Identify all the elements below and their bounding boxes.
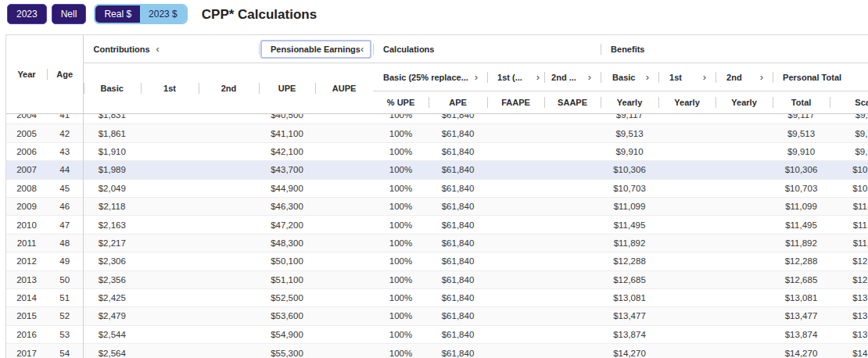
table-row[interactable]: 201754$2,564$55,300100%$61,840$14,270$14…: [6, 344, 868, 358]
toolbar: 2023 Nell Real $ 2023 $ CPP* Calculation…: [0, 0, 868, 38]
cell-pct-upe: 100%: [373, 142, 429, 160]
group-header-calculations: Calculations: [373, 35, 601, 63]
cell-ape: $61,840: [429, 270, 487, 288]
subgroup-header-calc-2nd[interactable]: 2nd ...›: [544, 63, 601, 91]
table-row[interactable]: 200946$2,118$46,300100%$61,840$11,099$11…: [6, 197, 868, 215]
expand-chevron-icon[interactable]: ›: [703, 72, 706, 82]
cell-upe: $44,900: [259, 179, 315, 197]
table-row[interactable]: 201047$2,163$47,200100%$61,840$11,495$11…: [6, 216, 868, 234]
group-header-contributions[interactable]: Contributions‹: [83, 35, 259, 63]
expand-chevron-icon[interactable]: ›: [536, 72, 540, 82]
cell-pct-upe: 100%: [373, 234, 429, 252]
expand-chevron-icon[interactable]: ›: [646, 72, 649, 82]
cell-basic-yearly: $11,892: [601, 234, 658, 252]
table-row[interactable]: 200744$1,989$43,700100%$61,840$10,306$10…: [6, 161, 868, 179]
subgroup-label: Basic (25% replace...: [383, 73, 468, 82]
expand-chevron-icon[interactable]: ›: [760, 72, 763, 82]
table-row[interactable]: 201653$2,544$54,900100%$61,840$13,874$13…: [6, 325, 868, 343]
table-row[interactable]: 201451$2,425$52,500100%$61,840$13,081$13…: [6, 288, 868, 306]
cell-total: $9,513: [773, 124, 830, 142]
cell-total: $13,477: [773, 307, 830, 325]
cell-basic-yearly: $9,513: [601, 124, 658, 142]
subgroup-label: 2nd ...: [551, 73, 576, 82]
cell-basic: $2,356: [83, 270, 141, 288]
cell-second: [199, 161, 259, 179]
table-row[interactable]: 201350$2,356$51,100100%$61,840$12,685$12…: [6, 270, 868, 288]
cell-second-yearly: [716, 161, 773, 179]
cell-second-yearly: [716, 288, 773, 306]
cell-pct-upe: 100%: [373, 124, 429, 142]
cell-scaled: $13,477: [830, 307, 868, 325]
table-row[interactable]: 201249$2,306$50,100100%$61,840$12,288$12…: [6, 252, 868, 270]
cell-age: 42: [47, 124, 83, 142]
cell-first-yearly: [658, 234, 716, 252]
subgroup-header-benefit-2nd[interactable]: 2nd›: [716, 63, 773, 91]
column-header-2nd-yearly: Yearly: [716, 91, 773, 114]
cell-scaled: $11,495: [830, 216, 868, 234]
table-row[interactable]: 200643$1,910$42,100100%$61,840$9,910$9,9…: [6, 142, 868, 160]
cell-year: 2015: [6, 307, 47, 325]
cell-basic: $2,564: [83, 344, 141, 358]
collapse-chevron-icon[interactable]: ‹: [156, 44, 160, 54]
subgroup-header-calc-basic[interactable]: Basic (25% replace...›: [373, 63, 487, 91]
cell-basic: $2,049: [83, 179, 141, 197]
cell-faape: [487, 252, 544, 270]
cell-year: 2016: [6, 325, 47, 343]
cell-upe: $43,700: [259, 161, 315, 179]
cell-second: [199, 216, 259, 234]
cell-first: [141, 270, 199, 288]
subgroup-header-calc-1st[interactable]: 1st (...›: [487, 63, 544, 91]
cell-scaled: $11,892: [830, 234, 868, 252]
cell-total: $13,874: [773, 325, 830, 343]
cell-upe: $48,300: [259, 234, 315, 252]
column-header-1st-contribution: 1st: [141, 63, 199, 114]
table-row[interactable]: 200542$1,861$41,100100%$61,840$9,513$9,5…: [6, 124, 868, 142]
expand-chevron-icon[interactable]: ›: [475, 72, 478, 82]
focus-ring: Pensionable Earnings‹: [260, 40, 371, 59]
cell-total: $9,910: [773, 142, 830, 160]
column-header-year: Year: [6, 35, 47, 114]
cell-saape: [544, 325, 601, 343]
cell-second-yearly: [716, 216, 773, 234]
cell-saape: [544, 124, 601, 142]
cell-pct-upe: 100%: [373, 216, 429, 234]
real-dollars-toggle-option[interactable]: Real $: [95, 5, 140, 23]
cell-first-yearly: [658, 270, 716, 288]
cell-basic-yearly: $11,495: [601, 216, 658, 234]
cell-pct-upe: 100%: [373, 325, 429, 343]
column-header-2nd-contribution: 2nd: [199, 63, 259, 114]
cell-total: $10,306: [773, 161, 830, 179]
cell-aupe: [315, 197, 373, 215]
expand-chevron-icon[interactable]: ›: [588, 72, 591, 82]
cell-age: 50: [47, 270, 83, 288]
cell-saape: [544, 216, 601, 234]
cell-year: 2008: [6, 179, 47, 197]
table-header: Year Age Contributions‹ Pensionable Earn…: [6, 35, 868, 114]
cell-ape: $61,840: [429, 142, 487, 160]
column-header-basic-yearly: Yearly: [601, 91, 658, 114]
cell-first: [141, 142, 199, 160]
cell-scaled: $11,099: [830, 197, 868, 215]
collapse-chevron-icon[interactable]: ‹: [360, 44, 364, 54]
group-label: Calculations: [383, 45, 434, 54]
cell-aupe: [315, 161, 373, 179]
table-row[interactable]: 201148$2,217$48,300100%$61,840$11,892$11…: [6, 234, 868, 252]
cell-upe: $51,100: [259, 270, 315, 288]
cell-faape: [487, 307, 544, 325]
cell-basic: $2,306: [83, 252, 141, 270]
year-button[interactable]: 2023: [7, 4, 47, 24]
table-row[interactable]: 201552$2,479$53,600100%$61,840$13,477$13…: [6, 307, 868, 325]
group-header-pensionable-earnings[interactable]: Pensionable Earnings‹: [259, 35, 373, 63]
2023-dollars-toggle-option[interactable]: 2023 $: [140, 5, 186, 23]
cell-upe: $50,100: [259, 252, 315, 270]
subgroup-header-benefit-basic[interactable]: Basic›: [601, 63, 658, 91]
subgroup-header-benefit-1st[interactable]: 1st›: [658, 63, 716, 91]
page-title: CPP* Calculations: [202, 4, 317, 25]
table-row[interactable]: 200845$2,049$44,900100%$61,840$10,703$10…: [6, 179, 868, 197]
cell-second-yearly: [716, 325, 773, 343]
person-button[interactable]: Nell: [52, 4, 87, 24]
cell-basic: $2,425: [83, 288, 141, 306]
cell-basic-yearly: $14,270: [601, 344, 658, 358]
cell-pct-upe: 100%: [373, 179, 429, 197]
cell-year: 2009: [6, 197, 47, 215]
